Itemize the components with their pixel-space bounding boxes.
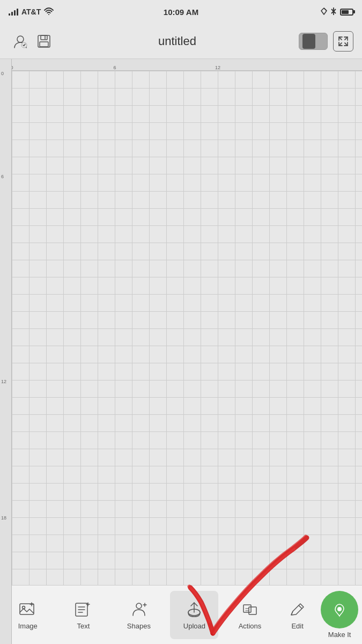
tab-shapes[interactable]: Shapes: [115, 591, 163, 639]
tab-upload-label: Upload: [183, 622, 205, 630]
tab-text[interactable]: Text: [59, 591, 107, 639]
svg-rect-7: [41, 35, 47, 40]
document-title: untitled: [56, 34, 299, 48]
tab-image-label: Image: [18, 622, 38, 630]
bluetooth-icon: [330, 7, 337, 17]
tab-actions[interactable]: Actions: [226, 591, 274, 639]
bottom-bar: Image Text Shape: [0, 585, 362, 644]
ruler-mark-h-12: 12: [215, 65, 220, 70]
ruler-left: 0 6 12 18: [0, 59, 12, 644]
save-button[interactable]: [32, 30, 56, 53]
svg-point-0: [48, 14, 49, 15]
svg-point-34: [338, 608, 341, 611]
tab-text-label: Text: [77, 622, 90, 630]
ruler-mark-v-6: 6: [1, 174, 4, 179]
svg-rect-29: [249, 607, 256, 614]
tab-upload[interactable]: Upload: [170, 591, 218, 639]
edit-icon: [287, 599, 308, 620]
signal-bar-1: [9, 13, 10, 16]
tab-edit-label: Edit: [291, 622, 303, 630]
svg-point-24: [136, 603, 142, 609]
location-icon: [321, 8, 327, 17]
image-icon: [18, 599, 38, 620]
ruler-mark-v-18: 18: [1, 515, 6, 521]
shapes-icon: [129, 599, 149, 620]
tab-actions-label: Actions: [239, 622, 262, 630]
signal-bar-4: [17, 9, 18, 16]
battery-icon: [340, 9, 353, 16]
svg-point-4: [17, 36, 24, 42]
canvas-area[interactable]: 0 6 12 0 6 12 18: [0, 59, 362, 644]
ruler-top: 0 6 12: [0, 59, 362, 71]
text-icon: [73, 599, 93, 620]
tab-edit[interactable]: Edit: [282, 591, 314, 639]
status-time: 10:09 AM: [164, 8, 198, 17]
svg-rect-8: [40, 42, 48, 47]
toolbar-right: [299, 31, 353, 52]
svg-line-32: [299, 605, 302, 609]
status-right: [321, 7, 353, 17]
status-bar: AT&T 10:09 AM: [0, 0, 362, 24]
svg-line-33: [291, 611, 293, 615]
expand-button[interactable]: [333, 31, 353, 52]
make-it-container[interactable]: Make It: [321, 591, 358, 639]
status-left: AT&T: [9, 8, 54, 17]
signal-bar-3: [14, 10, 16, 16]
tab-shapes-label: Shapes: [127, 622, 151, 630]
toolbar: untitled: [0, 24, 362, 59]
svg-line-1: [324, 8, 327, 11]
make-it-label: Make It: [328, 631, 351, 639]
upload-icon: [184, 599, 204, 620]
toggle-thumb: [302, 34, 315, 49]
signal-bars: [9, 8, 18, 16]
account-button[interactable]: [9, 30, 32, 53]
ruler-mark-h-6: 6: [113, 65, 116, 70]
ruler-mark-v-0: 0: [1, 71, 4, 76]
ruler-mark-v-12: 12: [1, 379, 6, 384]
carrier-name: AT&T: [21, 8, 41, 16]
make-it-button[interactable]: [321, 591, 358, 628]
wifi-icon: [44, 8, 54, 17]
actions-icon: [240, 599, 260, 620]
grid-canvas[interactable]: [12, 71, 362, 644]
view-toggle-button[interactable]: [299, 33, 328, 50]
signal-bar-2: [11, 12, 13, 16]
